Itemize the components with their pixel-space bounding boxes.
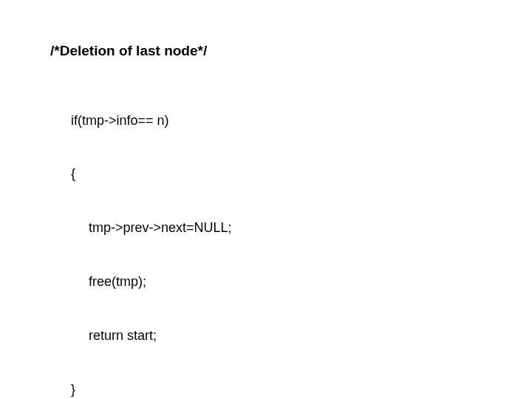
- code-line: tmp->prev->next=NULL;: [50, 219, 532, 236]
- code-line: free(tmp);: [50, 273, 532, 290]
- code-line: if(tmp->info== n): [50, 112, 532, 129]
- slide: /*Deletion of last node*/ if(tmp->info==…: [0, 0, 532, 399]
- code-block: if(tmp->info== n) { tmp->prev->next=NULL…: [50, 75, 532, 399]
- slide-title: /*Deletion of last node*/: [50, 43, 532, 59]
- code-line: }: [50, 381, 532, 398]
- code-line: {: [50, 165, 532, 183]
- code-line: return start;: [50, 327, 532, 344]
